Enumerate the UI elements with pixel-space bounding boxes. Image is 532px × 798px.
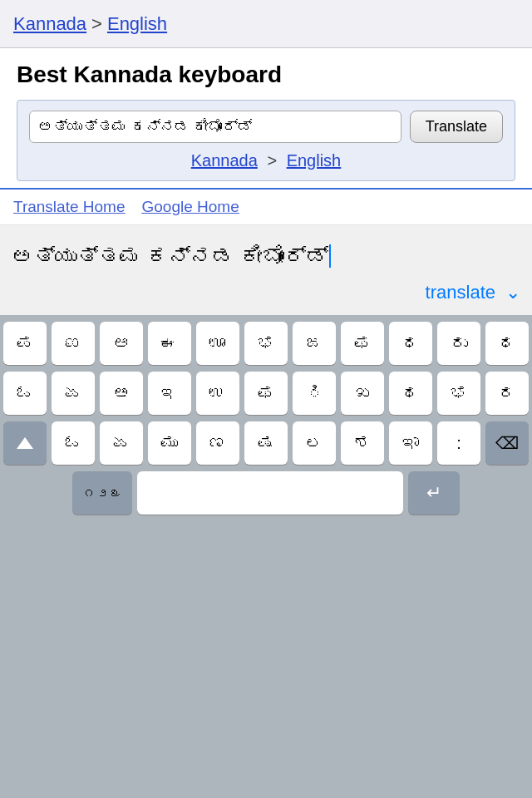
key-ra[interactable]: ರ: [485, 372, 529, 415]
key-pa[interactable]: ಪ: [3, 322, 47, 365]
lang-direction: Kannada > English: [29, 151, 503, 170]
keyboard-row-2: ಓ ಏ ಅ ಇ ಉ ಫ ಿ ಖ ಥ ಭ ರ: [3, 372, 529, 415]
page-title: Best Kannada keyboard: [17, 62, 515, 88]
translate-box: Translate Kannada > English: [17, 100, 515, 181]
action-row: translate ⌄: [12, 277, 520, 308]
keyboard: ಪ ಐ ಆ ಈ ಊ ಭ ಜ ಫ ಧ ರು ಧ ಓ ಏ ಅ ಇ ಉ ಫ ಿ ಖ ಥ…: [0, 315, 532, 798]
lang-from-link[interactable]: Kannada: [13, 13, 86, 35]
key-tha[interactable]: ಥ: [389, 372, 432, 415]
key-ru[interactable]: ರು: [437, 322, 480, 365]
key-bha[interactable]: ಭ: [244, 322, 288, 365]
keyboard-row-4: ೧೨೩ ↵: [3, 471, 529, 515]
web-content-area: Best Kannada keyboard Translate Kannada …: [0, 48, 532, 190]
key-sha2[interactable]: ಶ: [341, 421, 384, 465]
key-ai[interactable]: ಐ: [52, 322, 95, 365]
key-a[interactable]: ಅ: [100, 372, 143, 415]
input-area: ಅತ್ಯುತ್ತಮ ಕನ್ನಡ ಕೀಬೋರ್ಡ್ translate ⌄: [0, 225, 532, 315]
key-ja[interactable]: ಜ: [293, 322, 336, 365]
source-lang-link[interactable]: Kannada: [191, 151, 258, 170]
translate-input-field[interactable]: [29, 111, 401, 143]
shift-key[interactable]: [3, 421, 47, 465]
translate-action-link[interactable]: translate: [426, 282, 495, 303]
browser-navigation: Kannada > English: [13, 13, 167, 35]
key-dha[interactable]: ಧ: [389, 322, 432, 365]
shift-arrow-icon: [17, 437, 33, 449]
delete-icon: ⌫: [495, 433, 519, 453]
input-text-row[interactable]: ಅತ್ಯುತ್ತಮ ಕನ್ನಡ ಕೀಬೋರ್ಡ್: [12, 235, 520, 277]
translate-button[interactable]: Translate: [410, 111, 503, 143]
target-lang-link[interactable]: English: [287, 151, 342, 170]
key-o[interactable]: ಓ: [3, 372, 47, 415]
translate-home-link[interactable]: Translate Home: [13, 198, 125, 216]
keyboard-row-1: ಪ ಐ ಆ ಈ ಊ ಭ ಜ ಫ ಧ ರು ಧ: [3, 322, 529, 365]
key-mu[interactable]: ಮು: [148, 421, 191, 465]
lang-to-link[interactable]: English: [107, 13, 167, 35]
links-row: Translate Home Google Home: [0, 190, 532, 225]
key-dha2[interactable]: ಧ: [485, 322, 529, 365]
key-e2[interactable]: ಏ: [100, 421, 143, 465]
translate-input-row: Translate: [29, 111, 503, 143]
key-pha2[interactable]: ಫ: [244, 372, 288, 415]
key-pha[interactable]: ಫ: [341, 322, 384, 365]
input-text-display: ಅತ್ಯುತ್ತಮ ಕನ್ನಡ ಕೀಬೋರ್ಡ್: [12, 244, 328, 269]
key-bha2[interactable]: ಭ: [437, 372, 480, 415]
key-ii[interactable]: ಈ: [148, 322, 191, 365]
text-cursor: [329, 244, 331, 268]
key-sha[interactable]: ಷ: [244, 421, 288, 465]
keyboard-row-3: ಓ ಏ ಮು ಣ ಷ ಲ ಶ ಇಾ : ⌫: [3, 421, 529, 465]
key-la[interactable]: ಲ: [293, 421, 336, 465]
google-home-link[interactable]: Google Home: [141, 198, 239, 216]
key-aa[interactable]: ಆ: [100, 322, 143, 365]
key-e[interactable]: ಏ: [52, 372, 95, 415]
space-key[interactable]: [137, 471, 403, 515]
key-o2[interactable]: ಓ: [52, 421, 95, 465]
key-na[interactable]: ಣ: [196, 421, 239, 465]
key-i[interactable]: ಇ: [148, 372, 191, 415]
key-i-matra[interactable]: ಿ: [293, 372, 336, 415]
chevron-down-icon[interactable]: ⌄: [505, 282, 520, 303]
arrow-separator: >: [91, 13, 102, 35]
key-kha[interactable]: ಖ: [341, 372, 384, 415]
key-u[interactable]: ಉ: [196, 372, 239, 415]
key-uu[interactable]: ಊ: [196, 322, 239, 365]
key-colon[interactable]: :: [437, 421, 480, 465]
delete-key[interactable]: ⌫: [485, 421, 529, 465]
key-ia[interactable]: ಇಾ: [389, 421, 432, 465]
lang-switch-key[interactable]: ೧೨೩: [72, 471, 132, 515]
direction-arrow: >: [267, 151, 277, 170]
return-key[interactable]: ↵: [408, 471, 460, 515]
browser-bar: Kannada > English: [0, 0, 532, 48]
